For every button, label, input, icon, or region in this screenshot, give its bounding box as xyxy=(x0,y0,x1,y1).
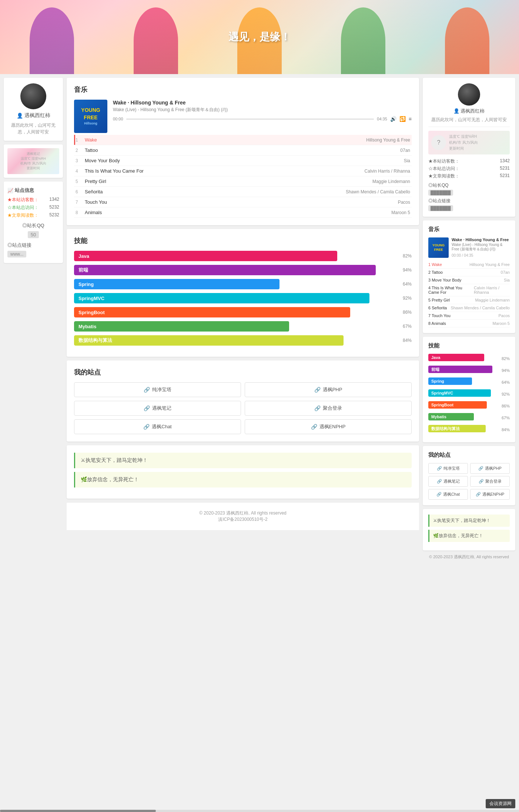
skill-bar: 前端 xyxy=(74,265,376,275)
username: 👤 遇枫西红柿 xyxy=(17,112,50,119)
track-number: 2 xyxy=(76,148,85,153)
track-name: This Is What You Came For xyxy=(85,168,365,174)
icp: 滇ICP备2023000510号-2 xyxy=(74,516,412,523)
right-track-row[interactable]: 3 Move Your Body Sia xyxy=(428,276,510,284)
right-skill-row: Mybatis 67% xyxy=(428,413,510,423)
right-site-button[interactable]: 🔗遇枫Chat xyxy=(428,489,468,500)
right-music-title: 音乐 xyxy=(428,226,510,233)
track-name: Pretty Girl xyxy=(85,179,372,184)
memo-card: 遇枫笔记温度℃ 湿度%RH机构/市 风力/风向更新时间 xyxy=(4,144,63,178)
right-sites-card: 我的站点 🔗纯净宝塔🔗遇枫PHP🔗遇枫笔记🔗聚合登录🔗遇枫Chat🔗遇枫ENPH… xyxy=(423,446,515,505)
right-track-row[interactable]: 1 Wake Hillsong Young & Free xyxy=(428,261,510,269)
right-profile-card: 👤 遇枫西红柿 愿历此坎坷，山河可无恙，人间皆可安 ? 温度℃ 湿度%RH机构/… xyxy=(423,78,515,217)
site-button[interactable]: 🔗遇枫笔记 xyxy=(74,401,241,416)
track-number: 1 xyxy=(76,137,85,143)
right-player-top: YOUNGFREE Wake · Hillsong Young & Free W… xyxy=(428,237,510,258)
site-icon: 🔗 xyxy=(314,405,321,411)
track-number: 5 xyxy=(76,179,85,184)
track-row[interactable]: 1 Wake Hillsong Young & Free xyxy=(74,135,412,145)
skill-percent: 92% xyxy=(399,296,412,301)
star-filled-icon: ★文章阅读数： xyxy=(7,212,38,219)
char-2 xyxy=(134,7,178,74)
right-track-row[interactable]: 8 Animals Maroon 5 xyxy=(428,320,510,327)
progress-bar[interactable] xyxy=(126,119,374,120)
right-track-row[interactable]: 6 Señorita Shawn Mendes / Camila Cabello xyxy=(428,304,510,312)
site-button[interactable]: 🔗遇枫Chat xyxy=(74,419,241,434)
right-site-button[interactable]: 🔗遇枫笔记 xyxy=(428,476,468,487)
site-button[interactable]: 🔗纯净宝塔 xyxy=(74,382,241,397)
right-skill-pct: 67% xyxy=(499,416,510,420)
stat-views: ☆本站总访问： 5232 xyxy=(7,204,59,211)
site-button[interactable]: 🔗遇枫PHP xyxy=(245,382,412,397)
right-bio: 愿历此坎坷，山河可无恙，人间皆可安 xyxy=(431,117,507,123)
track-number: 7 xyxy=(76,200,85,205)
site-button[interactable]: 🔗聚合登录 xyxy=(245,401,412,416)
right-track-row[interactable]: 5 Pretty Girl Maggie Lindemann xyxy=(428,296,510,304)
right-skill-row: Java 82% xyxy=(428,354,510,363)
active-indicator xyxy=(74,135,75,145)
right-site-button[interactable]: 🔗遇枫PHP xyxy=(470,463,510,474)
right-skill-pct: 94% xyxy=(499,368,510,373)
track-row[interactable]: 3 Move Your Body Sia xyxy=(74,156,412,166)
right-site-button[interactable]: 🔗聚合登录 xyxy=(470,476,510,487)
right-qq-value: ███████ xyxy=(428,190,453,196)
right-track-name: 2 Tattoo xyxy=(428,270,443,274)
list-icon[interactable]: ≡ xyxy=(409,116,412,122)
right-player-info: Wake · Hillsong Young & Free Wake (Live)… xyxy=(452,237,510,258)
right-skill-bar-container: Spring xyxy=(428,377,496,385)
player-song-title: Wake · Hillsong Young & Free xyxy=(113,100,412,106)
skill-bar: 数据结构与算法 xyxy=(74,335,344,346)
views-value: 5232 xyxy=(49,204,59,211)
right-track-row[interactable]: 7 Touch You Pacos xyxy=(428,312,510,320)
track-list: 1 Wake Hillsong Young & Free 2 Tattoo 07… xyxy=(74,135,412,218)
skill-bar-container: Spring xyxy=(74,279,395,289)
track-row[interactable]: 7 Touch You Pacos xyxy=(74,197,412,207)
right-skill-pct: 86% xyxy=(499,404,510,408)
site-link-label: ◎站点链接 xyxy=(7,242,59,249)
track-row[interactable]: 2 Tattoo 07an xyxy=(74,145,412,156)
right-site-label: 遇枫笔记 xyxy=(443,479,460,484)
stat-visitors: ★本站访客数： 1342 xyxy=(7,197,59,203)
right-track-row[interactable]: 4 This Is What You Came For Calvin Harri… xyxy=(428,284,510,296)
center-content: 音乐 YOUNG FREE Hillsong Wake · Hillsong Y… xyxy=(67,78,419,560)
right-track-artist: Maggie Lindemann xyxy=(475,298,510,302)
stat-reads: ★文章阅读数： 5232 xyxy=(7,212,59,219)
track-row[interactable]: 6 Señorita Shawn Mendes / Camila Cabello xyxy=(74,187,412,197)
volume-icon[interactable]: 🔊 xyxy=(390,116,396,122)
right-site-label: 遇枫ENPHP xyxy=(482,492,505,497)
site-button[interactable]: 🔗遇枫ENPHP xyxy=(245,419,412,434)
time-current: 00:00 xyxy=(113,117,123,121)
track-row[interactable]: 8 Animals Maroon 5 xyxy=(74,207,412,218)
right-site-label: 纯净宝塔 xyxy=(443,466,460,471)
right-track-artist: Sia xyxy=(504,278,510,282)
stats-title: 📈 站点信息 xyxy=(7,187,59,194)
site-icon: 🔗 xyxy=(143,424,150,430)
right-site-icon: 🔗 xyxy=(478,466,483,471)
track-row[interactable]: 5 Pretty Girl Maggie Lindemann xyxy=(74,176,412,187)
music-section: 音乐 YOUNG FREE Hillsong Wake · Hillsong Y… xyxy=(67,78,419,225)
right-stats: ★本站访客数： 1342 ☆本站总访问： 5231 ★文章阅读数： 5231 xyxy=(428,158,510,179)
char-4 xyxy=(341,7,385,74)
loop-icon[interactable]: 🔁 xyxy=(399,116,406,122)
right-site-button[interactable]: 🔗纯净宝塔 xyxy=(428,463,468,474)
right-skill-pct: 82% xyxy=(499,356,510,361)
right-site-label: 遇枫Chat xyxy=(443,492,460,497)
skill-row: 前端 94% xyxy=(74,265,412,275)
track-name: Touch You xyxy=(85,199,398,205)
memo-image: 遇枫笔记温度℃ 湿度%RH机构/市 风力/风向更新时间 xyxy=(7,148,59,174)
right-quote-card: ⚔执笔安天下，踏马定乾坤！ xyxy=(428,515,510,527)
track-row[interactable]: 4 This Is What You Came For Calvin Harri… xyxy=(74,166,412,176)
track-artist: Hillsong Young & Free xyxy=(366,137,410,143)
right-stat-reads: ★文章阅读数： 5231 xyxy=(428,173,510,179)
site-icon: 🔗 xyxy=(144,387,150,393)
right-site-button[interactable]: 🔗遇枫ENPHP xyxy=(470,489,510,500)
right-avatar xyxy=(458,83,480,106)
right-track-list: 1 Wake Hillsong Young & Free 2 Tattoo 07… xyxy=(428,261,510,327)
reads-value: 5232 xyxy=(49,212,59,219)
skill-row: SpringBoot 86% xyxy=(74,307,412,317)
quote-card: ⚔执笔安天下，踏马定乾坤！ xyxy=(74,453,412,468)
right-qq-label: ◎站长QQ xyxy=(428,182,510,189)
right-site-icon: 🔗 xyxy=(479,479,484,484)
right-time: 00:00 / 04:35 xyxy=(452,253,510,257)
right-track-row[interactable]: 2 Tattoo 07an xyxy=(428,269,510,276)
